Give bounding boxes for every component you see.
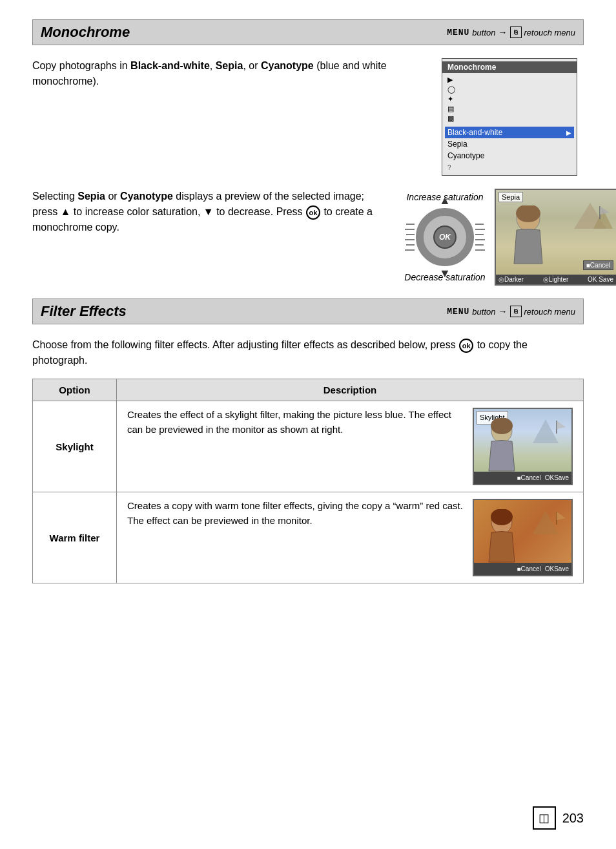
camera-icon-row-3: ✦	[447, 95, 571, 103]
skylight-option: Skylight	[33, 401, 117, 492]
saturation-and-preview: Increase saturation ▲	[403, 189, 584, 286]
dial-up-arrow: ▲	[439, 194, 451, 207]
dial-down-arrow: ▼	[439, 267, 451, 280]
camera-menu-icons: ▶ ◯ ✦ ▤ ▩	[442, 76, 577, 123]
svg-marker-27	[557, 512, 566, 520]
skylight-desc-text: Creates the effect of a skylight filter,…	[127, 408, 465, 437]
filter-menu-keyword: MENU	[447, 307, 469, 317]
filter-intro: Choose from the following filter effects…	[32, 337, 584, 368]
svg-point-24	[491, 509, 513, 525]
camera-menu-item-cyanotype: Cyanotype	[447, 150, 571, 162]
ok-dial-center: OK	[433, 225, 457, 249]
warmfilter-label: Warm filter	[50, 532, 100, 543]
bw-arrow: ▶	[566, 129, 571, 136]
camera-menu-title: Monochrome	[442, 61, 577, 73]
sepia-bg-detail	[568, 196, 613, 229]
warmfilter-desc-cell: Creates a copy with warm tone filter eff…	[117, 492, 584, 583]
monochrome-body2: Selecting Sepia or Cyanotype displays a …	[32, 189, 390, 235]
page-number: 203	[562, 811, 584, 826]
warmfilter-preview: ■Cancel OKSave	[473, 499, 573, 576]
skylight-footer: ■Cancel OKSave	[474, 472, 571, 484]
filter-effects-title: Filter Effects	[41, 303, 127, 320]
monochrome-text-col: Copy photographs in Black-and-white, Sep…	[32, 58, 429, 176]
camera-menu-item-sepia: Sepia	[447, 138, 571, 150]
warmfilter-cancel: ■Cancel	[517, 564, 541, 574]
ok-button-inline: ok	[306, 205, 320, 220]
table-header: Option Description	[33, 379, 584, 401]
dial-with-labels: Increase saturation ▲	[403, 191, 487, 283]
monochrome-title: Monochrome	[41, 24, 130, 41]
warmfilter-option: Warm filter	[33, 492, 117, 583]
dial-lines-left-svg	[403, 218, 416, 257]
sepia-label: Sepia	[447, 140, 467, 149]
cam-icon-3: ✦	[447, 95, 453, 103]
svg-marker-17	[600, 206, 610, 215]
filter-effects-header: Filter Effects MENU button → ⎘ retouch m…	[32, 299, 584, 324]
camera-icon-row-5: ▩	[447, 114, 571, 123]
camera-menu-screenshot: Monochrome ▶ ◯ ✦ ▤ ▩	[442, 58, 577, 176]
filter-retouch-icon: ⎘	[510, 306, 522, 317]
menu-keyword: MENU	[447, 28, 469, 37]
dial-wrapper: ▲ OK ▼	[403, 208, 487, 266]
page: Monochrome MENU button → ⎘ retouch menu …	[0, 0, 616, 849]
warmfilter-desc-text: Creates a copy with warm tone filter eff…	[127, 499, 465, 528]
camera-menu-item-bw: Black-and-white ▶	[445, 127, 574, 138]
filter-menu-arrow: →	[498, 306, 508, 317]
skylight-preview: Skylight	[473, 408, 573, 485]
sepia-footer: ◎Darker ◎Lighter OK Save	[496, 275, 616, 284]
warmfilter-save: OKSave	[545, 564, 569, 574]
svg-marker-20	[533, 419, 559, 443]
menu-arrow: →	[498, 27, 508, 37]
sepia-title-badge: Sepia	[498, 192, 523, 202]
bw-label: Black-and-white	[447, 128, 502, 137]
camera-icon-row-1: ▶	[447, 76, 571, 84]
monochrome-img-col: Monochrome ▶ ◯ ✦ ▤ ▩	[442, 58, 584, 176]
cam-icon-1: ▶	[447, 76, 453, 84]
filter-retouch-text: retouch menu	[524, 307, 576, 317]
ok-button-filter: ok	[459, 339, 473, 353]
dial-ring: OK	[416, 208, 474, 266]
warmfilter-desc-content: Creates a copy with warm tone filter eff…	[127, 499, 573, 576]
warmfilter-person-svg	[479, 509, 524, 567]
header-row: Option Description	[33, 379, 584, 401]
monochrome-body1: Copy photographs in Black-and-white, Sep…	[32, 58, 429, 89]
table-row: Warm filter Creates a copy with warm ton…	[33, 492, 584, 583]
menu-button-text: button	[472, 28, 495, 37]
filter-menu-label: MENU button → ⎘ retouch menu	[447, 306, 575, 317]
col-option-header: Option	[33, 379, 117, 401]
cam-icon-4: ▤	[447, 105, 454, 113]
monochrome-body2-col: Selecting Sepia or Cyanotype displays a …	[32, 189, 390, 286]
skylight-desc-cell: Creates the effect of a skylight filter,…	[117, 401, 584, 492]
col-description-header: Description	[117, 379, 584, 401]
camera-menu-footer: ?	[442, 162, 577, 173]
skylight-description: Creates the effect of a skylight filter,…	[127, 409, 451, 435]
footer-save: OK Save	[588, 276, 613, 283]
cam-icon-2: ◯	[447, 85, 455, 94]
monochrome-header: Monochrome MENU button → ⎘ retouch menu	[32, 19, 584, 45]
skylight-label: Skylight	[56, 441, 93, 452]
skylight-boats-svg	[529, 414, 568, 443]
footer-lighter: ◎Lighter	[543, 276, 569, 283]
camera-icon-row-4: ▤	[447, 105, 571, 113]
warmfilter-description: Creates a copy with warm tone filter eff…	[127, 500, 463, 526]
retouch-text: retouch menu	[524, 28, 576, 37]
svg-marker-22	[557, 421, 566, 429]
filter-menu-button: button	[472, 307, 495, 317]
sepia-preview: Sepia ■C	[495, 189, 616, 286]
page-footer: ◫ 203	[533, 806, 584, 830]
skylight-save: OKSave	[545, 473, 569, 483]
monochrome-menu-label: MENU button → ⎘ retouch menu	[447, 26, 575, 38]
warmfilter-bg-svg	[529, 505, 568, 534]
cam-icon-5: ▩	[447, 114, 454, 123]
dial-outer: ▲ OK ▼	[416, 208, 474, 266]
table-row: Skylight Creates the effect of a skyligh…	[33, 401, 584, 492]
footer-darker: ◎Darker	[498, 276, 524, 283]
retouch-icon: ⎘	[510, 26, 522, 38]
cancel-badge: ■Cancel	[583, 260, 613, 270]
sepia-person-svg	[502, 205, 554, 270]
svg-marker-25	[533, 510, 559, 534]
cyanotype-label: Cyanotype	[447, 151, 484, 160]
camera-menu-items: Black-and-white ▶ Sepia Cyanotype	[442, 127, 577, 162]
question-mark: ?	[447, 164, 451, 171]
warmfilter-footer: ■Cancel OKSave	[474, 563, 571, 575]
